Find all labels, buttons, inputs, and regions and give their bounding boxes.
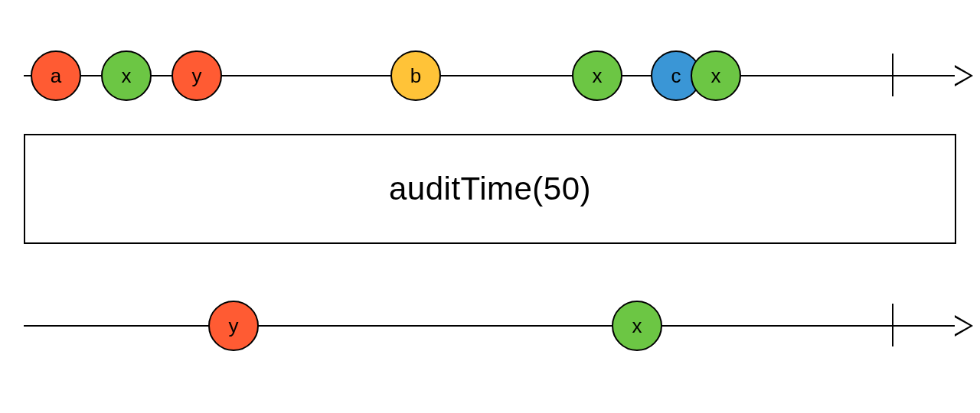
input-marble: x <box>691 50 741 101</box>
input-marble: x <box>101 50 152 101</box>
arrow-icon <box>955 315 973 337</box>
operator-label: auditTime(50) <box>389 171 591 207</box>
input-marble: b <box>390 50 441 101</box>
input-marble: x <box>572 50 622 101</box>
output-marble: x <box>612 301 662 351</box>
operator-box: auditTime(50) <box>24 134 956 244</box>
output-marble: y <box>208 301 259 351</box>
input-complete-tick <box>892 54 893 96</box>
output-complete-tick <box>892 304 893 346</box>
input-timeline <box>24 75 956 76</box>
marble-diagram: auditTime(50) axybxcxyx <box>0 0 980 413</box>
arrow-icon <box>955 65 973 86</box>
input-marble: a <box>31 50 81 101</box>
input-marble: y <box>172 50 222 101</box>
output-timeline <box>24 325 956 327</box>
